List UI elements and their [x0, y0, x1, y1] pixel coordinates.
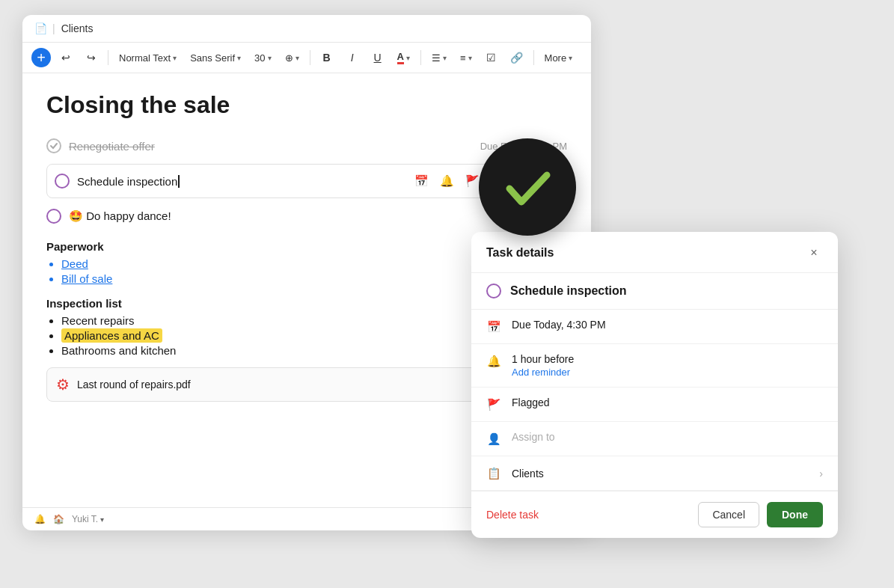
task-checkbox-3[interactable]: [46, 209, 61, 224]
detail-flagged-content: Flagged: [512, 396, 823, 408]
delete-task-button[interactable]: Delete task: [486, 509, 539, 521]
detail-list-content: Clients: [512, 468, 809, 480]
task-text-3: 🤩 Do happy dance!: [69, 209, 171, 223]
flag-detail-icon: 🚩: [486, 397, 501, 412]
title-bar: 📄 | Clients: [22, 15, 591, 43]
link-button[interactable]: 🔗: [506, 47, 527, 68]
calendar-icon[interactable]: 📅: [411, 171, 432, 192]
toolbar: + ↩ ↪ Normal Text ▾ Sans Serif ▾ 30 ▾ ⊕ …: [22, 43, 591, 73]
detail-reminder-main[interactable]: 1 hour before: [512, 353, 823, 365]
size-label: 30: [254, 52, 265, 64]
panel-header: Task details ×: [471, 232, 838, 273]
add-element-chevron: ▾: [296, 54, 299, 62]
task-details-panel: Task details × Schedule inspection 📅 Due…: [471, 232, 838, 538]
add-element-icon: ⊕: [285, 52, 293, 64]
text-color-dropdown[interactable]: A ▾: [393, 49, 414, 67]
size-chevron: ▾: [268, 54, 272, 62]
detail-due-content: Due Today, 4:30 PM: [512, 319, 823, 331]
task-text-done: Renegotiate offer: [69, 140, 155, 153]
detail-assign-content: Assign to: [512, 431, 823, 443]
text-color-icon: A: [397, 51, 404, 64]
more-dropdown[interactable]: More ▾: [540, 50, 578, 66]
size-dropdown[interactable]: 30 ▾: [250, 50, 275, 66]
toolbar-sep-2: [310, 50, 310, 65]
footer-buttons: Cancel Done: [698, 502, 823, 527]
detail-assign-text[interactable]: Assign to: [512, 431, 823, 443]
bell-detail-icon: 🔔: [486, 354, 501, 369]
bullet-list-icon: ☰: [432, 52, 441, 64]
add-element-dropdown[interactable]: ⊕ ▾: [281, 50, 304, 66]
detail-list-text: Clients: [512, 468, 809, 480]
document-name[interactable]: Clients: [61, 22, 94, 34]
checklist-button[interactable]: ☑: [481, 47, 502, 68]
undo-button[interactable]: ↩: [55, 47, 76, 68]
deed-link[interactable]: Deed: [61, 257, 88, 270]
toolbar-sep-4: [533, 50, 534, 65]
chevron-right-icon: ›: [819, 468, 823, 480]
line-spacing-icon: ≡: [460, 52, 466, 64]
detail-due-row: 📅 Due Today, 4:30 PM: [471, 310, 838, 344]
pdf-icon: ⚙: [56, 376, 70, 393]
user-dropdown-chevron: ▾: [100, 515, 104, 524]
text-style-label: Normal Text: [119, 52, 171, 64]
underline-button[interactable]: U: [367, 47, 388, 68]
title-separator: |: [52, 22, 55, 34]
toolbar-sep-3: [420, 50, 421, 65]
font-chevron: ▾: [237, 54, 241, 62]
bill-of-sale-link[interactable]: Bill of sale: [61, 272, 112, 285]
panel-task-name-row: Schedule inspection: [471, 273, 838, 310]
bullet-list-chevron: ▾: [443, 54, 447, 62]
detail-reminder-row: 🔔 1 hour before Add reminder: [471, 344, 838, 388]
attachment-name: Last round of repairs.pdf: [77, 379, 191, 391]
line-spacing-dropdown[interactable]: ≡ ▾: [456, 50, 477, 66]
font-label: Sans Serif: [190, 52, 235, 64]
more-chevron: ▾: [569, 54, 572, 62]
detail-reminder-content: 1 hour before Add reminder: [512, 353, 823, 378]
toolbar-sep-1: [108, 50, 108, 65]
redo-button[interactable]: ↪: [81, 47, 102, 68]
detail-list-row[interactable]: 📋 Clients ›: [471, 456, 838, 491]
status-bell-icon[interactable]: 🔔: [34, 514, 46, 524]
list-detail-icon: 📋: [486, 466, 501, 481]
panel-footer: Delete task Cancel Done: [471, 491, 838, 538]
cancel-button[interactable]: Cancel: [698, 502, 759, 527]
status-home-icon[interactable]: 🏠: [53, 514, 64, 524]
task-active-text: Schedule inspection: [77, 175, 403, 188]
font-dropdown[interactable]: Sans Serif ▾: [186, 50, 245, 66]
person-detail-icon: 👤: [486, 432, 501, 447]
detail-flagged-row: 🚩 Flagged: [471, 388, 838, 422]
detail-reminder-sub[interactable]: Add reminder: [512, 367, 823, 378]
bell-icon[interactable]: 🔔: [436, 171, 457, 192]
done-button[interactable]: Done: [767, 502, 823, 527]
task-active-checkbox[interactable]: [55, 174, 70, 189]
more-label: More: [545, 52, 567, 64]
detail-flagged-text[interactable]: Flagged: [512, 396, 823, 408]
checkmark-svg: [500, 160, 554, 214]
big-checkmark: [479, 138, 576, 236]
detail-due-text[interactable]: Due Today, 4:30 PM: [512, 319, 823, 331]
panel-close-button[interactable]: ×: [805, 244, 823, 262]
task-row: Renegotiate offer Due Feb 3, 5:30 PM: [46, 134, 567, 158]
calendar-detail-icon: 📅: [486, 319, 501, 334]
panel-title: Task details: [486, 246, 554, 260]
text-color-chevron: ▾: [406, 54, 410, 62]
user-name-dropdown[interactable]: Yuki T. ▾: [72, 514, 104, 524]
panel-task-name: Schedule inspection: [510, 284, 627, 298]
doc-icon: 📄: [34, 22, 46, 34]
task-checkbox-done[interactable]: [46, 138, 61, 153]
panel-task-checkbox[interactable]: [486, 284, 501, 298]
bold-button[interactable]: B: [316, 47, 337, 68]
text-style-dropdown[interactable]: Normal Text ▾: [114, 50, 181, 66]
highlighted-text: Appliances and AC: [61, 328, 162, 343]
doc-title: Closing the sale: [46, 91, 567, 119]
line-spacing-chevron: ▾: [468, 54, 472, 62]
bullet-list-dropdown[interactable]: ☰ ▾: [427, 50, 451, 66]
add-button[interactable]: +: [31, 48, 51, 67]
user-name-text: Yuki T.: [72, 514, 98, 524]
text-style-chevron: ▾: [173, 54, 177, 62]
italic-button[interactable]: I: [342, 47, 363, 68]
detail-assign-row: 👤 Assign to: [471, 422, 838, 456]
